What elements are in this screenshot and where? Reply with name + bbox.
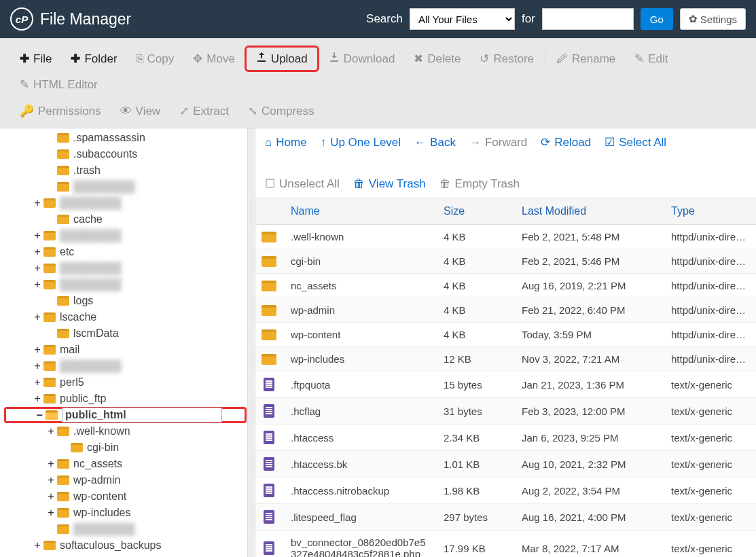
restore-button[interactable]: ↺Restore (470, 46, 543, 72)
reload-button[interactable]: ⟳Reload (541, 135, 591, 149)
permissions-button[interactable]: 🔑Permissions (10, 98, 111, 124)
tree-label[interactable]: perl5 (60, 376, 84, 389)
tree-label[interactable]: cache (73, 213, 103, 226)
table-row[interactable]: wp-content4 KBToday, 3:59 PMhttpd/unix-d… (255, 323, 756, 347)
expander-icon[interactable]: + (45, 474, 57, 486)
table-row[interactable]: .hcflag31 bytesFeb 3, 2023, 12:00 PMtext… (255, 398, 756, 425)
move-button[interactable]: ✥Move (183, 46, 245, 72)
tree-label[interactable]: .spamassassin (73, 132, 145, 144)
tree-label[interactable]: public_html (62, 408, 222, 423)
new-folder-button[interactable]: ✚Folder (61, 46, 126, 72)
expander-icon[interactable]: + (45, 458, 57, 470)
tree-label[interactable]: etc (60, 246, 74, 258)
expander-icon[interactable]: + (31, 311, 43, 323)
tree-label[interactable]: lscache (60, 311, 96, 323)
tree-node[interactable]: +████████ (4, 179, 247, 195)
expander-icon[interactable]: − (33, 409, 46, 421)
col-modified[interactable]: Last Modified (514, 198, 663, 224)
table-row[interactable]: .htaccess.nitrobackup1.98 KBAug 2, 2022,… (255, 478, 756, 504)
extract-button[interactable]: ⤢Extract (170, 98, 238, 124)
tree-node[interactable]: +cache (4, 211, 247, 228)
tree-node[interactable]: +public_ftp (4, 391, 247, 407)
tree-node[interactable]: +████████ (4, 358, 247, 374)
table-row[interactable]: .htaccess2.34 KBJan 6, 2023, 9:25 PMtext… (255, 425, 756, 451)
tree-node[interactable]: +mail (4, 342, 247, 358)
col-type[interactable]: Type (663, 198, 756, 224)
delete-button[interactable]: ✖Delete (404, 46, 470, 72)
tree-label[interactable]: ████████ (60, 360, 122, 372)
expander-icon[interactable]: + (31, 246, 43, 258)
table-row[interactable]: cgi-bin4 KBFeb 2, 2021, 5:46 PMhttpd/uni… (255, 249, 756, 274)
tree-node[interactable]: +.subaccounts (4, 146, 247, 162)
edit-button[interactable]: ✎Edit (625, 46, 677, 72)
tree-label[interactable]: ████████ (73, 181, 135, 193)
tree-label[interactable]: .subaccounts (73, 148, 137, 160)
copy-button[interactable]: ⎘Copy (127, 46, 184, 72)
tree-node[interactable]: +cgi-bin (4, 439, 247, 456)
tree-label[interactable]: cgi-bin (87, 442, 119, 454)
tree-label[interactable]: .trash (73, 164, 101, 177)
tree-node[interactable]: +████████ (4, 260, 247, 276)
expander-icon[interactable]: + (31, 393, 43, 405)
table-row[interactable]: .htaccess.bk1.01 KBAug 10, 2021, 2:32 PM… (255, 451, 756, 478)
tree-label[interactable]: lscmData (73, 327, 119, 340)
unselect-all-button[interactable]: ☐Unselect All (265, 177, 340, 191)
tree-label[interactable]: .well-known (73, 425, 130, 437)
select-all-button[interactable]: ☑Select All (605, 135, 666, 149)
tree-label[interactable]: public_ftp (60, 393, 107, 405)
table-row[interactable]: .ftpquota15 bytesJan 21, 2023, 1:36 PMte… (255, 372, 756, 398)
tree-label[interactable]: ████████ (60, 262, 122, 274)
tree-label[interactable]: ████████ (73, 523, 135, 535)
go-button[interactable]: Go (641, 8, 673, 30)
expander-icon[interactable]: + (31, 278, 43, 291)
tree-node[interactable]: +logs (4, 293, 247, 309)
tree-node[interactable]: +.well-known (4, 423, 247, 439)
tree-node[interactable]: +wp-admin (4, 472, 247, 488)
up-one-level-button[interactable]: ↑Up One Level (321, 136, 401, 149)
expander-icon[interactable]: + (31, 360, 43, 372)
search-input[interactable] (542, 8, 634, 30)
html-editor-button[interactable]: ✎HTML Editor (10, 72, 107, 97)
view-button[interactable]: 👁View (111, 98, 170, 124)
tree-node[interactable]: +lscache (4, 309, 247, 325)
tree-label[interactable]: mail (60, 344, 79, 356)
expander-icon[interactable]: + (31, 197, 43, 209)
tree-label[interactable]: ████████ (60, 197, 122, 209)
table-row[interactable]: .well-known4 KBFeb 2, 2021, 5:48 PMhttpd… (255, 225, 756, 249)
home-button[interactable]: ⌂Home (265, 136, 307, 149)
tree-label[interactable]: nc_assets (73, 458, 122, 470)
expander-icon[interactable]: + (45, 490, 57, 503)
tree-node[interactable]: +████████ (4, 228, 247, 244)
tree-node[interactable]: +nc_assets (4, 456, 247, 472)
expander-icon[interactable]: + (45, 507, 57, 519)
tree-label[interactable]: wp-includes (73, 507, 130, 519)
expander-icon[interactable]: + (31, 230, 43, 242)
tree-label[interactable]: softaculous_backups (60, 539, 161, 552)
search-scope-select[interactable]: All Your Files (410, 8, 515, 30)
tree-node[interactable]: +wp-content (4, 488, 247, 505)
table-row[interactable]: bv_connector_08620ed0b7e5327e48048483c5f… (255, 531, 756, 557)
tree-label[interactable]: wp-admin (73, 474, 120, 486)
expander-icon[interactable]: + (45, 425, 57, 437)
tree-label[interactable]: wp-content (73, 490, 126, 503)
tree-label[interactable]: ████████ (60, 278, 122, 291)
compress-button[interactable]: ⤡Compress (238, 98, 323, 124)
tree-label[interactable]: ████████ (60, 230, 122, 242)
expander-icon[interactable]: + (31, 539, 43, 552)
tree-node[interactable]: +wp-includes (4, 505, 247, 521)
tree-node[interactable]: +████████ (4, 195, 247, 211)
view-trash-button[interactable]: 🗑View Trash (353, 177, 426, 191)
settings-button[interactable]: ✿ Settings (680, 8, 746, 30)
download-button[interactable]: Download (319, 46, 405, 72)
expander-icon[interactable]: + (31, 262, 43, 274)
expander-icon[interactable]: + (31, 376, 43, 389)
new-file-button[interactable]: ✚File (10, 46, 61, 72)
col-icon[interactable] (255, 198, 283, 224)
col-name[interactable]: Name (283, 198, 435, 224)
tree-node[interactable]: +lscmData (4, 325, 247, 342)
expander-icon[interactable]: + (31, 344, 43, 356)
tree-node[interactable]: +perl5 (4, 374, 247, 391)
back-button[interactable]: ←Back (414, 136, 456, 149)
upload-button[interactable]: Upload (245, 46, 319, 72)
forward-button[interactable]: →Forward (469, 136, 527, 149)
